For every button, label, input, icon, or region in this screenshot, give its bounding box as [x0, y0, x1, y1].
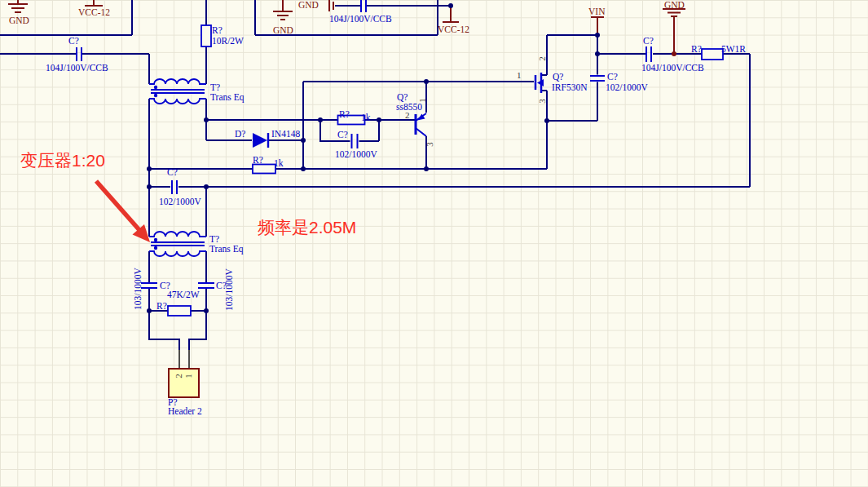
c-input-ref[interactable]: C? [68, 36, 79, 46]
winding-dot [154, 86, 157, 89]
vin-label[interactable]: VIN [588, 7, 605, 16]
resistor-sense[interactable] [702, 49, 723, 60]
r-sense-ref[interactable]: R? [691, 44, 702, 54]
q-driver-pin2: 2 [405, 111, 410, 121]
wire-out-right[interactable] [189, 311, 206, 350]
junction-dot-gnd [672, 51, 676, 56]
p-out-pin1: 1 [184, 374, 194, 379]
q-driver-pin1: 1 [418, 98, 428, 103]
c-drain-value[interactable]: 102/1000V [606, 82, 648, 92]
c-bypass-value[interactable]: 104J/100V/CCB [641, 63, 704, 73]
gnd-label-topleft[interactable]: GND [9, 15, 29, 25]
q-mosfet-pin3: 3 [538, 99, 548, 104]
t-lower-value[interactable]: Trans Eq [209, 244, 243, 254]
resistor-snub[interactable] [201, 25, 211, 46]
p-out-pin2: 2 [174, 374, 184, 379]
vcc12-label-mid[interactable]: VCC-12 [438, 24, 469, 34]
capacitor-link[interactable] [172, 180, 177, 194]
t-upper-ref[interactable]: T? [210, 82, 220, 92]
transistor-ss8550[interactable] [416, 113, 426, 136]
capacitor-base[interactable] [352, 134, 358, 148]
diode-in4148[interactable] [253, 133, 268, 148]
gnd-label-battery[interactable]: GND [298, 0, 319, 10]
r-base-ref[interactable]: R? [339, 109, 350, 119]
r-base-value[interactable]: 1k [361, 113, 371, 122]
c-base-ref[interactable]: C? [337, 130, 348, 139]
c-drain-ref[interactable]: C? [607, 72, 618, 82]
q-driver-ref[interactable]: Q? [397, 92, 408, 102]
r-pull-ref[interactable]: R? [253, 155, 263, 165]
c-out-right-value[interactable]: 103/1000V [224, 268, 234, 311]
d-clamp-value[interactable]: IN4148 [271, 129, 300, 139]
c-rail-value[interactable]: 104J/100V/CCB [329, 14, 392, 24]
winding-dot [154, 246, 157, 250]
r-load-value[interactable]: 47K/2W [167, 290, 200, 299]
capacitor-input[interactable] [77, 47, 82, 61]
capacitor-bypass[interactable] [646, 46, 651, 62]
capacitor-out-left[interactable] [141, 283, 157, 288]
wire-net[interactable] [0, 0, 750, 350]
c-base-value[interactable]: 102/1000V [335, 149, 377, 159]
winding-dot [154, 238, 157, 241]
header-pin-wires [179, 350, 189, 369]
vcc12-label-topleft[interactable]: VCC-12 [78, 7, 110, 17]
capacitor-drain[interactable] [590, 76, 605, 81]
header-body[interactable] [169, 369, 199, 397]
r-load-ref[interactable]: R? [156, 301, 167, 311]
transformer-lower[interactable] [149, 232, 206, 256]
c-bypass-ref[interactable]: C? [643, 36, 654, 46]
wire-source[interactable] [541, 91, 597, 121]
wire-drain[interactable] [541, 35, 597, 75]
transformer-upper[interactable] [149, 79, 206, 104]
c-input-value[interactable]: 104J/100V/CCB [46, 63, 108, 73]
t-lower-ref[interactable]: T? [209, 234, 219, 244]
c-out-left-value[interactable]: 103/1000V [133, 268, 143, 310]
gnd-symbol-mid[interactable] [273, 0, 293, 20]
c-link-ref[interactable]: C? [167, 167, 178, 177]
d-clamp-ref[interactable]: D? [235, 129, 245, 139]
gnd-symbol-topleft[interactable] [8, 0, 28, 12]
p-out-value[interactable]: Header 2 [168, 406, 202, 416]
annotation-frequency[interactable]: 频率是2.05M [258, 219, 356, 237]
q-mosfet-ref[interactable]: Q? [553, 72, 563, 82]
c-link-value[interactable]: 102/1000V [159, 197, 201, 206]
schematic-drawing [0, 0, 868, 487]
annotation-transformer-ratio[interactable]: 变压器1:20 [20, 152, 105, 170]
q-mosfet-value[interactable]: IRF530N [552, 82, 587, 92]
gnd-symbol-right[interactable] [663, 9, 685, 54]
vin-symbol[interactable] [591, 17, 604, 35]
diode-body [253, 133, 267, 148]
annotation-arrow[interactable] [96, 181, 150, 242]
q-mosfet-pin1: 1 [517, 71, 522, 81]
r-pull-value[interactable]: 1k [274, 158, 284, 168]
winding-dot [154, 94, 157, 97]
r-sense-value[interactable]: 5W1R [721, 44, 746, 54]
battery-symbol[interactable] [329, 0, 333, 11]
r-snub-ref[interactable]: R? [212, 25, 223, 35]
q-mosfet-pin2: 2 [538, 56, 548, 61]
wire-emitter-rail[interactable] [149, 121, 547, 169]
capacitor-out-right[interactable] [198, 283, 214, 288]
resistor-load[interactable] [168, 306, 191, 316]
t-upper-value[interactable]: Trans Eq [210, 92, 244, 102]
capacitor-rail[interactable] [361, 0, 366, 12]
vcc12-symbol-topleft[interactable] [85, 0, 103, 6]
gnd-label-mid[interactable]: GND [273, 25, 293, 35]
schematic-canvas[interactable]: GND VCC-12 C? 104J/100V/CCB R? 10R/2W GN… [0, 0, 868, 487]
r-snub-value[interactable]: 10R/2W [212, 36, 244, 46]
wire-out-left[interactable] [149, 311, 179, 350]
q-driver-pin3: 3 [425, 142, 435, 147]
gnd-label-right[interactable]: GND [664, 0, 685, 10]
resistor-pull[interactable] [253, 165, 275, 174]
